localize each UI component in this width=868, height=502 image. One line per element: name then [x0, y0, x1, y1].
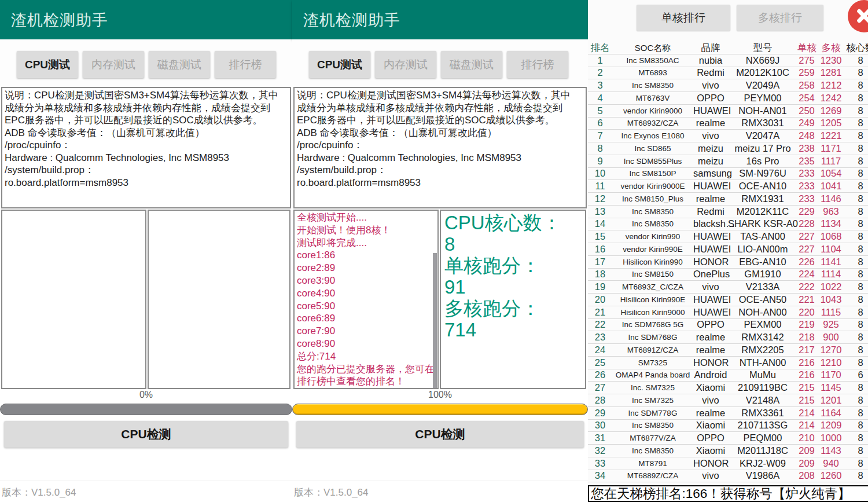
cell-rank: 10 — [588, 168, 612, 179]
cell-multi-core: 1022 — [816, 281, 846, 292]
cell-core-count: 8 — [846, 206, 868, 217]
tab-single-core-ranking[interactable]: 单核排行 — [637, 5, 730, 31]
result-line: 8 — [444, 233, 582, 255]
cell-rank: 27 — [588, 382, 612, 393]
cell-core-count: 8 — [846, 143, 868, 154]
cell-single-core: 228 — [797, 218, 816, 229]
cell-core-count: 8 — [846, 231, 868, 242]
cell-single-core: 258 — [797, 80, 816, 91]
tab-bar: CPU测试 内存测试 磁盘测试 排行榜 — [292, 39, 588, 86]
log-line: 总分:714 — [297, 350, 435, 363]
close-button[interactable] — [848, 0, 868, 32]
column-header-soc: SOC名称 — [612, 43, 693, 54]
cell-core-count: 8 — [846, 382, 868, 393]
cell-soc-name: Inc SM8150P — [612, 169, 693, 178]
cell-single-core: 215 — [797, 382, 816, 393]
cell-brand: Xiaomi — [693, 382, 728, 393]
cell-model: EBG-AN10 — [728, 257, 797, 268]
result-line: CPU核心数： — [444, 212, 582, 233]
cell-single-core: 250 — [797, 105, 816, 116]
cell-single-core: 215 — [797, 395, 816, 406]
cell-core-count: 8 — [846, 130, 868, 141]
cell-soc-name: Inc SDM768G 5G — [612, 320, 693, 329]
cell-brand: realme — [693, 408, 728, 419]
table-row: 20Hisilicon Kirin990EHUAWEIOCE-AN5022110… — [588, 294, 868, 306]
cell-multi-core: 1115 — [816, 307, 846, 318]
description-line: /proc/cpuinfo： — [5, 139, 288, 152]
cell-single-core: 214 — [797, 408, 816, 419]
cell-brand: Xiaomi — [693, 420, 728, 431]
cell-core-count: 8 — [846, 244, 868, 255]
tab-memory-test[interactable]: 内存测试 — [83, 51, 144, 78]
tab-memory-test[interactable]: 内存测试 — [375, 51, 436, 78]
table-row: 25SM7325HONORNTH-AN0021612108 — [588, 357, 868, 369]
cell-brand: realme — [693, 345, 728, 356]
cell-multi-core: 1141 — [816, 257, 846, 268]
cpu-detect-button[interactable]: CPU检测 — [296, 421, 584, 448]
table-row: 26OMAP4 Panda boardAndroidMuMu21611706 — [588, 369, 868, 382]
cell-single-core: 233 — [797, 193, 816, 204]
cell-soc-name: Inc SM8350 — [612, 81, 693, 90]
log-line: core6:89 — [297, 312, 435, 325]
cell-multi-core: 1143 — [816, 445, 846, 456]
cell-single-core: 259 — [797, 67, 816, 78]
cell-brand: OnePlus — [693, 269, 728, 280]
cell-single-core: 224 — [797, 269, 816, 280]
table-row: 9Inc SDM855Plusmeizu16s Pro23511178 — [588, 155, 868, 168]
cell-brand: vivo — [693, 395, 728, 406]
cell-multi-core: 1212 — [816, 80, 846, 91]
cell-multi-core: 1146 — [816, 193, 846, 204]
cell-brand: vivo — [693, 80, 728, 91]
description-line: 说明：CPU检测是测试国密SM3+SM4算法每秒运算次数，其中 — [297, 89, 583, 102]
cell-brand: meizu — [693, 143, 728, 154]
cell-core-count: 8 — [846, 433, 868, 444]
table-row: 21Hisilicon Kirin9000HUAWEINOH-AN0022011… — [588, 306, 868, 319]
table-row: 2MT6893RedmiM2012K10C25912818 — [588, 67, 868, 80]
tab-cpu-test[interactable]: CPU测试 — [309, 51, 370, 78]
cell-single-core: 208 — [797, 470, 816, 481]
cell-rank: 21 — [588, 307, 612, 318]
cpu-detect-button[interactable]: CPU检测 — [4, 421, 288, 448]
cell-rank: 17 — [588, 257, 612, 268]
cell-soc-name: Inc SM7325 — [612, 396, 693, 405]
tab-multi-core-ranking[interactable]: 多核排行 — [737, 5, 823, 31]
description-line: Hardware : Qualcomm Technologies, Inc MS… — [297, 152, 583, 164]
cell-brand: HUAWEI — [693, 244, 728, 255]
column-header-brand: 品牌 — [693, 42, 728, 54]
table-row: 24MT6891Z/CZArealmeRMX220521712708 — [588, 344, 868, 357]
column-header-multi-core: 多核 — [816, 42, 846, 54]
cell-brand: vivo — [693, 470, 728, 481]
cell-model: 2107113SG — [728, 420, 797, 431]
cell-core-count: 6 — [846, 369, 868, 380]
app-title: 渣机检测助手 — [303, 10, 400, 31]
cell-model: RMX3031 — [728, 118, 797, 129]
cell-core-count: 8 — [846, 257, 868, 268]
tab-cpu-test[interactable]: CPU测试 — [17, 51, 78, 78]
cell-core-count: 8 — [846, 218, 868, 229]
cell-model: OCE-AN10 — [728, 181, 797, 192]
table-row: 29Inc SDM778GrealmeRMX336121411648 — [588, 407, 868, 420]
result-line: 714 — [444, 319, 582, 340]
tab-leaderboard[interactable]: 排行榜 — [507, 51, 568, 78]
log-line: core7:90 — [297, 325, 435, 338]
cell-soc-name: MT6893Z_C/CZA — [612, 283, 693, 291]
tab-disk-test[interactable]: 磁盘测试 — [149, 51, 210, 78]
cell-brand: HUAWEI — [693, 181, 728, 192]
screen: 渣机检测助手 CPU测试 内存测试 磁盘测试 排行榜 说明：CPU检测是测试国密… — [0, 0, 868, 502]
result-line: 单核跑分： — [444, 255, 582, 276]
cell-rank: 6 — [588, 118, 612, 129]
tab-disk-test[interactable]: 磁盘测试 — [441, 51, 502, 78]
cell-soc-name: Inc SDM855Plus — [612, 157, 693, 166]
table-row: 3Inc SM8350vivoV2049A25812128 — [588, 79, 868, 92]
cell-single-core: 214 — [797, 420, 816, 431]
cell-model: RMX1931 — [728, 193, 797, 204]
description-line: ADB 命令读取参考值：（山寨机可篡改此值） — [297, 127, 583, 140]
cell-single-core: 217 — [797, 345, 816, 356]
scrollbar-thumb[interactable] — [433, 253, 437, 388]
table-row: 10Inc SM8150PsamsungSM-N976U23310548 — [588, 168, 868, 181]
tab-leaderboard[interactable]: 排行榜 — [215, 51, 276, 78]
cell-core-count: 8 — [846, 420, 868, 431]
cell-rank: 33 — [588, 458, 612, 469]
result-box — [148, 210, 290, 389]
cell-multi-core: 1000 — [816, 433, 846, 444]
